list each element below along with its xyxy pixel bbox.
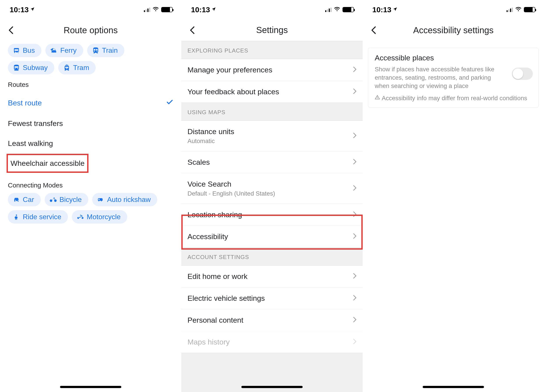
nav-bar: Accessibility settings	[363, 19, 544, 41]
car-icon	[13, 196, 20, 203]
bus-icon	[13, 47, 20, 54]
settings-row-label: Your feedback about places	[188, 87, 279, 96]
chip-bicycle[interactable]: Bicycle	[45, 193, 88, 206]
settings-row-label: Accessibility	[188, 232, 228, 241]
route-option-label: Fewest transfers	[8, 119, 63, 128]
home-indicator[interactable]	[423, 386, 484, 388]
settings-row-voice-search[interactable]: Voice Search Default - English (United S…	[181, 173, 363, 204]
connecting-modes-label: Connecting Modes	[8, 182, 173, 189]
accessible-places-card: Accessible places Show if places have ac…	[368, 48, 539, 108]
accessible-places-toggle[interactable]	[512, 68, 533, 80]
battery-icon	[343, 7, 354, 12]
chip-motorcycle[interactable]: Motorcycle	[72, 210, 127, 224]
wifi-icon	[152, 6, 159, 14]
screen-accessibility-settings: 10:13 Accessibility settings Accessible …	[363, 0, 544, 392]
settings-group-exploring: Manage your preferences Your feedback ab…	[181, 59, 363, 103]
nav-bar: Route options	[0, 19, 181, 41]
chevron-right-icon	[353, 66, 356, 74]
chevron-right-icon	[353, 294, 356, 303]
settings-row-label: Personal content	[188, 316, 243, 324]
chevron-right-icon	[353, 272, 356, 281]
chip-label: Ride service	[23, 213, 61, 221]
chevron-right-icon	[353, 87, 356, 96]
ferry-icon	[50, 47, 58, 54]
screen-route-options: 10:13 Route options Bus	[0, 0, 181, 392]
chevron-right-icon	[353, 210, 356, 219]
chip-tram[interactable]: Tram	[58, 61, 96, 74]
route-option-label: Wheelchair accessible	[11, 159, 84, 167]
settings-row-label: Voice Search	[188, 180, 275, 188]
settings-group-account: Edit home or work Electric vehicle setti…	[181, 265, 363, 353]
chip-label: Subway	[23, 64, 48, 72]
settings-row-label: Maps history	[188, 338, 230, 346]
status-bar: 10:13	[0, 0, 181, 19]
routes-section-label: Routes	[8, 81, 173, 88]
card-title: Accessible places	[375, 54, 532, 62]
settings-row-personal-content[interactable]: Personal content	[181, 309, 363, 331]
settings-row-feedback-places[interactable]: Your feedback about places	[181, 81, 363, 103]
chip-label: Tram	[73, 64, 89, 72]
chip-ferry[interactable]: Ferry	[45, 44, 83, 57]
settings-row-location-sharing[interactable]: Location sharing	[181, 204, 363, 225]
home-indicator[interactable]	[241, 386, 303, 388]
settings-group-header: ACCOUNT SETTINGS	[181, 248, 363, 265]
settings-row-accessibility[interactable]: Accessibility	[181, 225, 363, 248]
chip-label: Auto rickshaw	[107, 196, 151, 204]
highlight-annotation: Wheelchair accessible	[6, 154, 89, 173]
chip-car[interactable]: Car	[8, 193, 41, 206]
subway-icon	[13, 64, 20, 72]
settings-row-label: Manage your preferences	[188, 66, 272, 74]
route-option-wheelchair[interactable]: Wheelchair accessible	[9, 156, 86, 170]
cellular-signal-icon	[325, 7, 331, 12]
chip-label: Bus	[23, 46, 35, 54]
connecting-mode-chips: Car Bicycle Auto rickshaw Ride service M…	[8, 193, 173, 224]
status-time: 10:13	[372, 6, 391, 14]
warning-icon	[375, 95, 380, 101]
checkmark-icon	[166, 98, 173, 108]
page-title: Route options	[0, 25, 181, 35]
chip-label: Bicycle	[59, 196, 82, 204]
cellular-signal-icon	[507, 7, 513, 12]
settings-row-label: Scales	[188, 158, 210, 167]
toggle-knob	[513, 69, 523, 79]
page-title: Accessibility settings	[363, 25, 544, 35]
settings-row-scales[interactable]: Scales	[181, 151, 363, 173]
route-option-label: Least walking	[8, 139, 53, 148]
route-option-best[interactable]: Best route	[8, 92, 173, 114]
transit-mode-chips: Bus Ferry Train Subway Tram	[8, 44, 173, 74]
chip-train[interactable]: Train	[87, 44, 124, 57]
chip-subway[interactable]: Subway	[8, 61, 54, 74]
chevron-right-icon	[353, 232, 356, 241]
route-option-least-walking[interactable]: Least walking	[8, 133, 173, 153]
route-option-fewest-transfers[interactable]: Fewest transfers	[8, 114, 173, 133]
status-time: 10:13	[10, 6, 29, 14]
settings-row-sublabel: Automatic	[188, 138, 234, 144]
home-indicator[interactable]	[60, 386, 121, 388]
status-bar: 10:13	[181, 0, 363, 19]
chip-label: Motorcycle	[87, 213, 121, 221]
route-option-label: Best route	[8, 99, 42, 107]
status-time: 10:13	[191, 6, 210, 14]
chip-bus[interactable]: Bus	[8, 44, 41, 57]
status-bar: 10:13	[363, 0, 544, 19]
settings-row-label: Distance units	[188, 127, 234, 136]
autorickshaw-icon	[97, 196, 105, 203]
settings-row-maps-history[interactable]: Maps history	[181, 331, 363, 353]
chip-rideservice[interactable]: Ride service	[8, 210, 68, 224]
settings-row-edit-home-work[interactable]: Edit home or work	[181, 265, 363, 287]
card-description: Show if places have accessible features …	[375, 65, 532, 90]
location-arrow-icon	[393, 6, 397, 13]
chevron-right-icon	[353, 158, 356, 167]
nav-bar: Settings	[181, 19, 363, 41]
chip-label: Train	[102, 46, 118, 54]
chip-autorickshaw[interactable]: Auto rickshaw	[92, 193, 157, 206]
chevron-right-icon	[353, 338, 356, 346]
card-note: Accessibility info may differ from real-…	[375, 95, 532, 102]
settings-row-label: Edit home or work	[188, 272, 248, 281]
settings-row-ev-settings[interactable]: Electric vehicle settings	[181, 287, 363, 309]
location-arrow-icon	[30, 6, 35, 13]
train-icon	[92, 47, 100, 54]
settings-group-using-maps: Distance units Automatic Scales Voice Se…	[181, 121, 363, 248]
settings-row-manage-preferences[interactable]: Manage your preferences	[181, 59, 363, 81]
settings-row-distance-units[interactable]: Distance units Automatic	[181, 121, 363, 151]
